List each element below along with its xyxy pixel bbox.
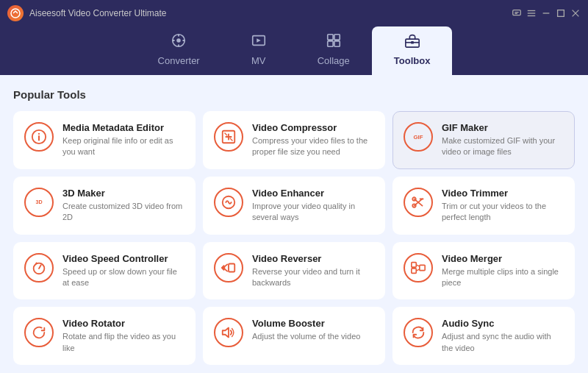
tool-name-media-metadata: Media Metadata Editor bbox=[62, 122, 184, 133]
svg-point-23 bbox=[38, 133, 40, 135]
tool-card-volume-booster[interactable]: Volume Booster Adjust the volume of the … bbox=[203, 307, 385, 365]
tool-info-video-merger: Video Merger Merge multiple clips into a… bbox=[442, 253, 564, 289]
tab-mv[interactable]: MV bbox=[222, 26, 295, 75]
tool-name-audio-sync: Audio Sync bbox=[442, 318, 564, 329]
close-button[interactable] bbox=[570, 8, 581, 18]
tool-icon-3d-maker: 3D bbox=[24, 188, 54, 217]
tool-desc-3d-maker: Create customized 3D video from 2D bbox=[62, 201, 184, 224]
tool-info-video-trimmer: Video Trimmer Trim or cut your videos to… bbox=[442, 188, 564, 224]
tool-info-volume-booster: Volume Booster Adjust the volume of the … bbox=[252, 318, 360, 342]
tool-info-speed-controller: Video Speed Controller Speed up or slow … bbox=[62, 253, 184, 289]
nav-bar: Converter MV Collage bbox=[0, 26, 588, 75]
collage-label: Collage bbox=[318, 55, 350, 66]
tool-desc-video-trimmer: Trim or cut your videos to the perfect l… bbox=[442, 201, 564, 224]
svg-rect-15 bbox=[334, 35, 340, 40]
tool-card-speed-controller[interactable]: Video Speed Controller Speed up or slow … bbox=[13, 242, 196, 300]
tool-card-video-enhancer[interactable]: Video Enhancer Improve your video qualit… bbox=[203, 177, 385, 235]
tool-icon-audio-sync bbox=[404, 318, 433, 347]
tab-collage[interactable]: Collage bbox=[295, 26, 372, 75]
title-bar: Aiseesoft Video Converter Ultimate bbox=[0, 0, 588, 26]
tool-desc-audio-sync: Adjust and sync the audio with the video bbox=[442, 331, 564, 354]
svg-rect-35 bbox=[420, 265, 425, 270]
tool-info-video-compressor: Video Compressor Compress your video fil… bbox=[252, 122, 374, 158]
caption-icon[interactable] bbox=[512, 8, 522, 18]
tool-icon-video-merger bbox=[404, 253, 433, 283]
tab-converter[interactable]: Converter bbox=[136, 26, 222, 75]
svg-rect-33 bbox=[412, 262, 416, 266]
svg-point-12 bbox=[176, 38, 181, 43]
tool-desc-volume-booster: Adjust the volume of the video bbox=[252, 331, 360, 342]
collage-icon bbox=[326, 32, 342, 52]
tool-card-media-metadata[interactable]: Media Metadata Editor Keep original file… bbox=[13, 111, 196, 169]
tool-card-audio-sync[interactable]: Audio Sync Adjust and sync the audio wit… bbox=[392, 307, 575, 365]
tool-name-volume-booster: Volume Booster bbox=[252, 318, 360, 329]
svg-rect-20 bbox=[411, 41, 414, 44]
app-title: Aiseesoft Video Converter Ultimate bbox=[29, 8, 512, 18]
tool-card-video-merger[interactable]: Video Merger Merge multiple clips into a… bbox=[392, 242, 575, 300]
menu-icon[interactable] bbox=[526, 8, 537, 18]
tool-icon-video-enhancer bbox=[214, 188, 243, 217]
tool-desc-video-reverser: Reverse your video and turn it backwards bbox=[252, 266, 374, 289]
tool-icon-volume-booster bbox=[214, 318, 243, 347]
tool-name-3d-maker: 3D Maker bbox=[62, 188, 184, 199]
svg-rect-17 bbox=[334, 41, 340, 46]
tool-desc-gif-maker: Make customized GIF with your video or i… bbox=[442, 135, 564, 158]
tool-info-gif-maker: GIF Maker Make customized GIF with your … bbox=[442, 122, 564, 158]
tool-name-video-enhancer: Video Enhancer bbox=[252, 188, 374, 199]
svg-rect-34 bbox=[412, 268, 416, 272]
svg-rect-8 bbox=[558, 10, 564, 17]
main-content: Popular Tools Media Metadata Editor Keep… bbox=[0, 75, 588, 373]
tool-info-video-reverser: Video Reverser Reverse your video and tu… bbox=[252, 253, 374, 289]
tool-name-video-reverser: Video Reverser bbox=[252, 253, 374, 264]
tool-icon-video-rotator bbox=[24, 318, 54, 347]
tool-card-gif-maker[interactable]: GIF GIF Maker Make customized GIF with y… bbox=[392, 111, 575, 169]
tool-icon-video-compressor bbox=[214, 122, 243, 152]
window-controls bbox=[512, 8, 581, 18]
mv-icon bbox=[251, 32, 267, 52]
svg-rect-32 bbox=[229, 263, 234, 271]
tool-name-video-merger: Video Merger bbox=[442, 253, 564, 264]
converter-label: Converter bbox=[158, 55, 200, 66]
section-title: Popular Tools bbox=[13, 88, 575, 101]
tool-info-media-metadata: Media Metadata Editor Keep original file… bbox=[62, 122, 184, 158]
app-logo bbox=[7, 5, 24, 21]
tool-desc-media-metadata: Keep original file info or edit as you w… bbox=[62, 135, 184, 158]
tab-toolbox[interactable]: Toolbox bbox=[372, 26, 453, 75]
tool-card-3d-maker[interactable]: 3D 3D Maker Create customized 3D video f… bbox=[13, 177, 196, 235]
tool-info-video-rotator: Video Rotator Rotate and flip the video … bbox=[62, 318, 184, 354]
svg-rect-14 bbox=[327, 35, 332, 40]
svg-point-0 bbox=[11, 9, 20, 18]
tool-icon-video-reverser bbox=[214, 253, 243, 283]
tools-grid: Media Metadata Editor Keep original file… bbox=[13, 111, 575, 365]
tool-name-speed-controller: Video Speed Controller bbox=[62, 253, 184, 264]
tool-card-video-compressor[interactable]: Video Compressor Compress your video fil… bbox=[203, 111, 385, 169]
toolbox-label: Toolbox bbox=[394, 55, 431, 66]
converter-icon bbox=[171, 32, 187, 52]
tool-icon-media-metadata bbox=[24, 122, 54, 152]
mv-label: MV bbox=[251, 55, 266, 66]
tool-desc-video-enhancer: Improve your video quality in several wa… bbox=[252, 201, 374, 224]
tool-name-gif-maker: GIF Maker bbox=[442, 122, 564, 133]
tool-desc-video-compressor: Compress your video files to the proper … bbox=[252, 135, 374, 158]
tool-name-video-rotator: Video Rotator bbox=[62, 318, 184, 329]
tool-desc-video-merger: Merge multiple clips into a single piece bbox=[442, 266, 564, 289]
maximize-button[interactable] bbox=[556, 8, 566, 18]
tool-card-video-reverser[interactable]: Video Reverser Reverse your video and tu… bbox=[203, 242, 385, 300]
svg-text:GIF: GIF bbox=[414, 134, 423, 141]
tool-desc-video-rotator: Rotate and flip the video as you like bbox=[62, 331, 184, 354]
tool-name-video-trimmer: Video Trimmer bbox=[442, 188, 564, 199]
tool-icon-gif-maker: GIF bbox=[404, 122, 433, 152]
tool-info-video-enhancer: Video Enhancer Improve your video qualit… bbox=[252, 188, 374, 224]
tool-icon-video-trimmer bbox=[404, 188, 433, 217]
toolbox-icon bbox=[404, 32, 420, 52]
tool-card-video-rotator[interactable]: Video Rotator Rotate and flip the video … bbox=[13, 307, 196, 365]
svg-text:3D: 3D bbox=[35, 199, 42, 205]
tool-card-video-trimmer[interactable]: Video Trimmer Trim or cut your videos to… bbox=[392, 177, 575, 235]
tool-info-3d-maker: 3D Maker Create customized 3D video from… bbox=[62, 188, 184, 224]
tool-icon-speed-controller bbox=[24, 253, 54, 283]
tool-name-video-compressor: Video Compressor bbox=[252, 122, 374, 133]
svg-rect-16 bbox=[327, 41, 332, 46]
minimize-button[interactable] bbox=[541, 8, 551, 18]
tool-desc-speed-controller: Speed up or slow down your file at ease bbox=[62, 266, 184, 289]
tool-info-audio-sync: Audio Sync Adjust and sync the audio wit… bbox=[442, 318, 564, 354]
